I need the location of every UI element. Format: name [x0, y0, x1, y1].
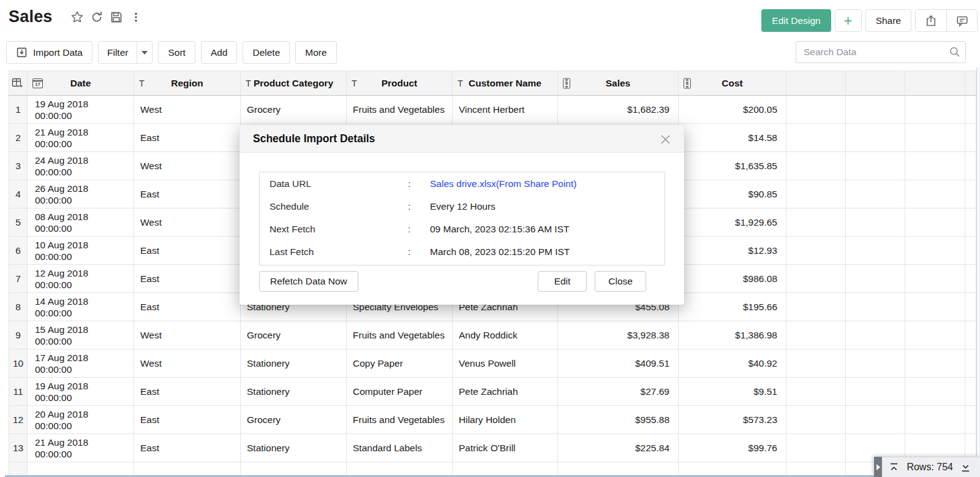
cell-date[interactable]: 10 Aug 2018 00:00:00: [28, 237, 134, 265]
cell-empty[interactable]: [965, 349, 976, 378]
cell-product-category[interactable]: Stationery: [241, 434, 347, 462]
cell-customer-name[interactable]: Venus Powell: [453, 349, 558, 378]
column-header-empty[interactable]: [905, 71, 965, 96]
column-header-sales[interactable]: $ Sales: [558, 71, 679, 96]
column-header-product-category[interactable]: T Product Category: [241, 71, 347, 96]
cell-empty[interactable]: [965, 96, 976, 124]
row-number[interactable]: 10: [9, 349, 28, 378]
cell-empty[interactable]: [786, 378, 846, 406]
cell-date[interactable]: 17 Aug 2018 00:00:00: [28, 349, 134, 378]
cell-cost[interactable]: $12.93: [679, 237, 786, 265]
search-input[interactable]: [796, 41, 966, 63]
cell-empty[interactable]: [965, 237, 976, 265]
add-button[interactable]: Add: [201, 41, 238, 64]
cell-region[interactable]: East: [134, 293, 241, 321]
cell-sales[interactable]: $409.51: [558, 349, 679, 378]
cell-empty[interactable]: [905, 406, 965, 434]
row-number[interactable]: 1: [9, 96, 28, 124]
cell-empty[interactable]: [786, 96, 846, 124]
cell-date[interactable]: 19 Aug 2018 00:00:00: [28, 378, 134, 406]
cell-region[interactable]: East: [134, 406, 241, 434]
cell-empty[interactable]: [846, 237, 905, 265]
cell-region[interactable]: West: [134, 152, 241, 180]
row-number[interactable]: 12: [9, 406, 28, 434]
cell-sales[interactable]: $3,928.38: [558, 321, 679, 349]
scroll-to-bottom-icon[interactable]: [960, 462, 971, 473]
cell-cost[interactable]: $573.23: [679, 406, 786, 434]
cell-empty[interactable]: [905, 152, 965, 180]
row-number[interactable]: 11: [9, 378, 28, 406]
cell-product-category[interactable]: Grocery: [241, 406, 347, 434]
cell-empty[interactable]: [786, 124, 846, 152]
cell-region[interactable]: West: [134, 208, 241, 237]
row-number[interactable]: 9: [9, 321, 28, 349]
cell-cost[interactable]: $99.76: [679, 434, 786, 462]
cell-empty[interactable]: [905, 321, 965, 349]
column-header-date[interactable]: 17 Date: [28, 71, 134, 96]
cell-empty[interactable]: [905, 293, 965, 321]
cell-empty[interactable]: [905, 208, 965, 237]
cell-empty[interactable]: [786, 152, 846, 180]
more-vertical-icon[interactable]: [127, 9, 145, 26]
cell-region[interactable]: East: [134, 265, 241, 293]
cell-region[interactable]: East: [134, 434, 241, 462]
cell-empty[interactable]: [846, 265, 905, 293]
row-number[interactable]: 2: [9, 124, 28, 152]
cell-date[interactable]: 15 Aug 2018 00:00:00: [28, 321, 134, 349]
cell-empty[interactable]: [846, 349, 905, 378]
favorite-star-icon[interactable]: [69, 9, 86, 26]
cell-empty[interactable]: [846, 180, 905, 208]
cell-cost[interactable]: $1,386.98: [679, 321, 786, 349]
edit-design-button[interactable]: Edit Design: [761, 9, 831, 32]
row-number[interactable]: 6: [9, 237, 28, 265]
cell-product[interactable]: Fruits and Vegetables: [347, 96, 453, 124]
cell-empty[interactable]: [846, 96, 905, 124]
cell-empty[interactable]: [965, 293, 976, 321]
cell-customer-name[interactable]: Patrick O'Brill: [453, 434, 558, 462]
cell-product[interactable]: Copy Paper: [347, 349, 453, 378]
scroll-to-top-icon[interactable]: [888, 462, 900, 473]
cell-region[interactable]: East: [134, 180, 241, 208]
cell-empty[interactable]: [846, 321, 905, 349]
cell-empty[interactable]: [846, 152, 905, 180]
cell-empty[interactable]: [786, 265, 846, 293]
export-icon[interactable]: [916, 10, 946, 31]
cell-date[interactable]: 08 Aug 2018 00:00:00: [28, 208, 134, 237]
more-button[interactable]: More: [295, 41, 336, 64]
cell-empty[interactable]: [905, 96, 965, 124]
cell-empty[interactable]: [846, 208, 905, 237]
cell-date[interactable]: 20 Aug 2018 00:00:00: [28, 406, 134, 434]
cell-sales[interactable]: $1,682.39: [558, 96, 679, 124]
cell-empty[interactable]: [905, 265, 965, 293]
save-icon[interactable]: [108, 9, 125, 26]
cell-empty[interactable]: [905, 378, 965, 406]
cell-cost[interactable]: $1,929.65: [679, 208, 786, 237]
cell-region[interactable]: East: [134, 124, 241, 152]
collapse-handle[interactable]: [874, 457, 882, 477]
cell-date[interactable]: 26 Aug 2018 00:00:00: [28, 180, 134, 208]
cell-empty[interactable]: [965, 321, 976, 349]
cell-date[interactable]: 14 Aug 2018 00:00:00: [28, 293, 134, 321]
filter-button[interactable]: Filter: [99, 42, 137, 63]
add-new-button[interactable]: +: [835, 9, 862, 32]
cell-customer-name[interactable]: Hilary Holden: [453, 406, 558, 434]
vertical-scrollbar[interactable]: [976, 67, 980, 456]
cell-date[interactable]: 24 Aug 2018 00:00:00: [28, 152, 134, 180]
cell-empty[interactable]: [786, 349, 846, 378]
cell-empty[interactable]: [965, 265, 976, 293]
row-number[interactable]: 4: [9, 180, 28, 208]
cell-empty[interactable]: [786, 237, 846, 265]
cell-empty[interactable]: [965, 180, 976, 208]
cell-cost[interactable]: $9.51: [679, 378, 786, 406]
filter-dropdown-button[interactable]: [137, 42, 152, 63]
cell-empty[interactable]: [786, 293, 846, 321]
column-header-product[interactable]: T Product: [347, 71, 453, 96]
row-number[interactable]: 13: [9, 434, 28, 462]
data-url-link[interactable]: Sales drive.xlsx(From Share Point): [430, 178, 576, 189]
cell-product-category[interactable]: Grocery: [241, 321, 347, 349]
cell-empty[interactable]: [786, 208, 846, 237]
cell-customer-name[interactable]: Andy Roddick: [453, 321, 558, 349]
cell-cost[interactable]: $14.58: [679, 124, 786, 152]
cell-empty[interactable]: [786, 321, 846, 349]
cell-empty[interactable]: [846, 124, 905, 152]
